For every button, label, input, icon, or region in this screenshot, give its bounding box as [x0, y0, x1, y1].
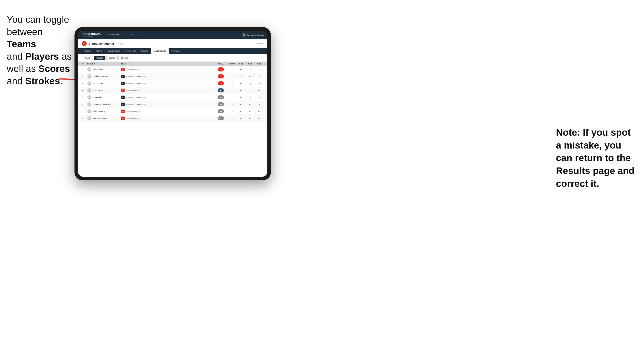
team-name: Scoreboard University [A] [126, 75, 146, 78]
svg-point-1 [89, 68, 90, 70]
rd3-cell: -1 [254, 103, 264, 106]
table-row[interactable]: 8 Marcus Turners C Clippd College [A] +1… [78, 115, 267, 122]
thru-cell: F [228, 82, 236, 85]
tab-results[interactable]: Results [138, 48, 151, 54]
sub-tabs-row: Teams Players Scores Strokes [78, 54, 267, 62]
score-badge: +6 [218, 109, 224, 113]
strokes-bold: Strokes [25, 76, 60, 86]
total-cell: +11 [214, 116, 228, 120]
subtab-scores[interactable]: Scores [106, 56, 118, 60]
table-row[interactable]: 7 Blair McHarg C Clippd College [A] +6 F… [78, 108, 267, 115]
player-avatar [87, 102, 92, 107]
main-tabs-row: Details Teams Course Setup Tee Groups Re… [78, 48, 267, 54]
table-row[interactable]: 1 Elliot Ebert C Clippd College [A] -8 F… [78, 66, 267, 73]
nav-links: TOURNAMENTS TEAMS [104, 31, 242, 39]
rd3-cell: -1 [254, 82, 264, 85]
svg-point-8 [88, 91, 90, 92]
rd2-cell: -4 [246, 89, 254, 92]
team-logo: C [121, 110, 124, 113]
tablet-frame: SCOREBOARD Powered by clippd TOURNAMENTS… [74, 27, 271, 180]
score-badge: -8 [218, 67, 224, 71]
players-bold: Players [25, 51, 59, 62]
thru-cell: F [228, 68, 236, 71]
total-cell: E [214, 88, 228, 92]
table-row[interactable]: 2 Chris Robertson ≡ Scoreboard Universit… [78, 73, 267, 80]
col-total: TOTAL [214, 63, 228, 65]
player-avatar [87, 88, 92, 93]
table-row[interactable]: 3 Rich Butler ≡ Scoreboard University [A… [78, 80, 267, 87]
tab-details[interactable]: Details [82, 48, 94, 54]
svg-point-12 [88, 105, 90, 106]
rd1-cell: +5 [236, 103, 246, 106]
table-row[interactable]: 4 David Ford C Clippd College [A] E F +1… [78, 87, 267, 94]
rd1-cell: -5 [236, 75, 246, 78]
player-avatar [87, 74, 92, 79]
right-annotation: Note: If you spot a mistake, you can ret… [556, 126, 637, 190]
thru-cell: F [228, 96, 236, 99]
rd1-cell: +2 [236, 117, 246, 120]
svg-point-11 [89, 103, 90, 105]
teams-bold: Teams [7, 39, 36, 49]
team-name: Scoreboard University [A] [126, 103, 146, 106]
team-name: Clippd College [A] [126, 89, 140, 92]
player-avatar [87, 67, 92, 72]
nav-right: TU Test User | Sign out [242, 33, 264, 37]
rd3-cell: +6 [254, 110, 264, 113]
rank-cell: 8 [82, 117, 87, 120]
subtab-players[interactable]: Players [94, 56, 106, 60]
subtab-strokes[interactable]: Strokes [118, 56, 130, 60]
rank-cell: 1 [82, 68, 87, 71]
player-name: Blair McHarg [93, 110, 105, 113]
rd1-cell: +2 [236, 110, 246, 113]
rank-cell: 6 [82, 103, 87, 106]
subtab-teams[interactable]: Teams [82, 56, 93, 60]
player-avatar [87, 109, 92, 114]
team-logo: ≡ [121, 82, 124, 85]
rank-cell: 5 [82, 96, 87, 99]
team-cell: ≡ Scoreboard University [A] [121, 82, 214, 85]
tab-course-setup[interactable]: Course Setup [105, 48, 122, 54]
tab-leaderboards[interactable]: Leaderboards [151, 48, 169, 54]
svg-point-7 [89, 89, 90, 91]
table-row[interactable]: 5 Rees Britt ≡ Scoreboard University [A]… [78, 94, 267, 101]
player-cell: Blair McHarg [87, 109, 121, 114]
rank-cell: 4 [82, 89, 87, 92]
logo-area: SCOREBOARD Powered by clippd [82, 33, 101, 37]
player-avatar [87, 81, 92, 86]
table-body: 1 Elliot Ebert C Clippd College [A] -8 F… [78, 66, 267, 122]
nav-teams[interactable]: TEAMS [127, 31, 140, 39]
team-logo: ≡ [121, 103, 124, 106]
table-row[interactable]: 6 Cameron Robertson ≡ Scoreboard Univers… [78, 101, 267, 108]
team-cell: C Clippd College [A] [121, 89, 214, 92]
total-cell: -4 [214, 74, 228, 78]
team-logo: C [121, 117, 124, 120]
player-name: Elliot Ebert [93, 68, 103, 71]
svg-point-6 [88, 84, 90, 85]
tab-teams[interactable]: Teams [94, 48, 105, 54]
thru-cell: F [228, 117, 236, 120]
rd1-cell: +1 [236, 89, 246, 92]
col-rd3: RD3 [254, 63, 264, 65]
top-nav: SCOREBOARD Powered by clippd TOURNAMENTS… [78, 31, 267, 39]
tab-printables[interactable]: Printables [168, 48, 183, 54]
cancel-button[interactable]: Cancel ✕ [255, 42, 264, 45]
tournament-subtitle: (Men) [117, 42, 123, 45]
sign-out-link[interactable]: Sign out [257, 34, 264, 36]
player-avatar [87, 95, 92, 100]
player-cell: Cameron Robertson [87, 102, 121, 107]
thru-cell: F [228, 89, 236, 92]
thru-cell: F [228, 75, 236, 78]
col-rd1: RD1 [236, 63, 246, 65]
svg-point-16 [88, 119, 90, 120]
scores-bold: Scores [38, 63, 70, 74]
logo-sub: Powered by clippd [82, 35, 101, 37]
tablet-screen: SCOREBOARD Powered by clippd TOURNAMENTS… [78, 31, 267, 177]
team-cell: C Clippd College [A] [121, 68, 214, 71]
rd2-cell: +5 [246, 75, 254, 78]
player-avatar [87, 116, 92, 121]
player-name: Chris Robertson [93, 75, 108, 78]
nav-tournaments[interactable]: TOURNAMENTS [104, 31, 127, 39]
rd2-cell: E [246, 96, 254, 99]
tab-tee-groups[interactable]: Tee Groups [122, 48, 138, 54]
rank-cell: 2 [82, 75, 87, 78]
